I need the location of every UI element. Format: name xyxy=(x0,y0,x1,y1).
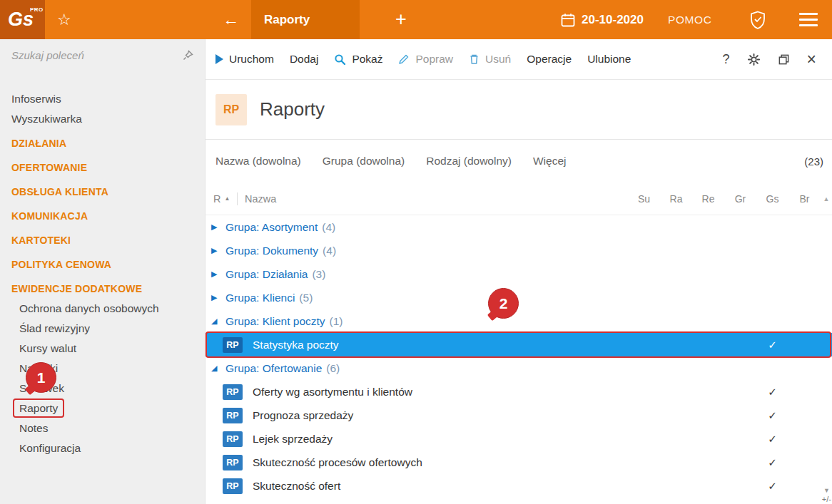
column-header-gs[interactable]: Gs xyxy=(756,193,788,205)
group-row-ofertowanie[interactable]: ◢ Grupa: Ofertowanie (6) xyxy=(206,356,832,380)
module-header: RP Raporty xyxy=(206,80,832,139)
sidebar-item-infoserwis[interactable]: Infoserwis xyxy=(0,89,205,109)
group-label: Grupa: Klienci xyxy=(225,292,295,304)
group-row-klienci[interactable]: ▶ Grupa: Klienci (5) xyxy=(206,286,832,309)
window-restore-button[interactable] xyxy=(778,53,790,66)
filter-grupa[interactable]: Grupa (dowolna) xyxy=(323,155,405,168)
shield-icon[interactable] xyxy=(749,0,766,39)
sidebar-item-kartoteki[interactable]: KARTOTEKI xyxy=(0,230,205,250)
column-header-r[interactable]: R ▲ xyxy=(206,193,237,205)
sidebar-item-notes[interactable]: Notes xyxy=(0,418,205,438)
group-row-dzialania[interactable]: ▶ Grupa: Działania (3) xyxy=(206,262,832,286)
main-panel: Uruchom Dodaj Pokaż xyxy=(206,39,832,504)
group-collapse-icon[interactable]: ◢ xyxy=(211,317,225,326)
column-header-ra[interactable]: Ra xyxy=(660,193,692,205)
calendar-icon xyxy=(561,13,575,27)
group-collapse-icon[interactable]: ◢ xyxy=(211,364,225,373)
operations-button[interactable]: Operacje xyxy=(527,53,572,66)
filter-nazwa[interactable]: Nazwa (dowolna) xyxy=(215,155,301,168)
report-row-statystyka-poczty[interactable]: RP Statystyka poczty ✓ xyxy=(206,333,832,356)
column-header-re[interactable]: Re xyxy=(692,193,724,205)
report-row-skutecznosc-ofert[interactable]: RP Skuteczność ofert ✓ xyxy=(206,474,832,498)
report-icon: RP xyxy=(223,455,243,470)
sidebar-item-ofertowanie[interactable]: OFERTOWANIE xyxy=(0,158,205,178)
sidebar-item-kursy-walut[interactable]: Kursy walut xyxy=(0,339,205,359)
date-widget[interactable]: 20-10-2020 xyxy=(561,0,644,39)
expand-collapse-toggle[interactable]: +/- xyxy=(822,495,831,503)
help-button[interactable]: ? xyxy=(723,52,730,67)
raporty-highlight-box: Raporty xyxy=(13,398,64,418)
column-header-gr[interactable]: Gr xyxy=(724,193,756,205)
pencil-icon xyxy=(398,53,410,65)
sidebar-item-konfiguracja[interactable]: Konfiguracja xyxy=(0,438,205,458)
sidebar-item-slad-rewizyjny[interactable]: Ślad rewizyjny xyxy=(0,319,205,339)
help-menu[interactable]: POMOC xyxy=(668,0,712,39)
hamburger-menu-icon[interactable] xyxy=(799,0,818,39)
filter-rodzaj[interactable]: Rodzaj (dowolny) xyxy=(426,155,512,168)
group-count: (3) xyxy=(312,268,325,281)
group-label: Grupa: Dokumenty xyxy=(225,245,318,257)
scroll-up-button[interactable]: ▲ xyxy=(821,195,832,202)
sidebar-item-obsluga-klienta[interactable]: OBSŁUGA KLIENTA xyxy=(0,182,205,202)
flag-gs-check: ✓ xyxy=(756,433,788,446)
logo-pro-badge: PRO xyxy=(30,6,44,13)
add-button[interactable]: Dodaj xyxy=(290,53,319,66)
sidebar-item-raporty[interactable]: Raporty xyxy=(0,398,205,418)
group-count: (4) xyxy=(322,221,335,234)
pin-icon[interactable] xyxy=(183,50,193,61)
group-row-klient-poczty[interactable]: ◢ Grupa: Klient poczty (1) xyxy=(206,309,832,333)
flag-gs-check: ✓ xyxy=(756,339,788,351)
delete-button[interactable]: Usuń xyxy=(469,53,511,66)
scroll-down-button[interactable]: ▼ xyxy=(823,487,830,494)
group-expand-icon[interactable]: ▶ xyxy=(211,293,225,302)
favorites-star-icon[interactable]: ☆ xyxy=(57,0,71,39)
group-expand-icon[interactable]: ▶ xyxy=(211,222,225,232)
column-header-br[interactable]: Br xyxy=(788,193,821,205)
search-input[interactable] xyxy=(11,49,183,61)
sidebar-item-ewidencje-dodatkowe[interactable]: EWIDENCJE DODATKOWE xyxy=(0,279,205,299)
group-label: Grupa: Klient poczty xyxy=(225,315,325,328)
group-row-dokumenty[interactable]: ▶ Grupa: Dokumenty (4) xyxy=(206,239,832,262)
back-arrow-icon[interactable]: ← xyxy=(223,0,239,39)
report-row-lejek-sprzedazy[interactable]: RP Lejek sprzedaży ✓ xyxy=(206,427,832,451)
sidebar-item-komunikacja[interactable]: KOMUNIKACJA xyxy=(0,206,205,226)
show-button[interactable]: Pokaż xyxy=(334,53,382,66)
sidebar-item-polityka-cenowa[interactable]: POLITYKA CENOWA xyxy=(0,254,205,274)
report-name: Oferty wg asortymentu i klientów xyxy=(243,386,756,398)
edit-button[interactable]: Popraw xyxy=(398,53,453,66)
column-header-su[interactable]: Su xyxy=(628,193,660,205)
report-row-oferty-wg-asortymentu[interactable]: RP Oferty wg asortymentu i klientów ✓ xyxy=(206,380,832,403)
annotation-step-1-number: 1 xyxy=(37,369,46,386)
group-expand-icon[interactable]: ▶ xyxy=(211,269,225,279)
run-button[interactable]: Uruchom xyxy=(215,53,274,66)
report-row-skutecznosc-procesow[interactable]: RP Skuteczność procesów ofertowych ✓ xyxy=(206,451,832,474)
favorites-button[interactable]: Ulubione xyxy=(587,53,631,66)
flag-gs-check: ✓ xyxy=(756,386,788,398)
toolbar: Uruchom Dodaj Pokaż xyxy=(206,39,832,80)
report-icon: RP xyxy=(223,431,243,447)
sidebar-item-wyszukiwarka[interactable]: Wyszukiwarka xyxy=(0,109,205,129)
report-name: Statystyka poczty xyxy=(243,339,756,351)
add-label: Dodaj xyxy=(290,53,319,66)
flag-gs-check: ✓ xyxy=(756,456,788,469)
filter-wiecej[interactable]: Więcej xyxy=(533,155,567,168)
annotation-step-2-number: 2 xyxy=(499,295,508,312)
group-count: (5) xyxy=(299,292,313,304)
group-label: Grupa: Ofertowanie xyxy=(225,362,322,375)
new-tab-button[interactable]: + xyxy=(395,0,407,39)
app-window: Gs PRO ☆ ← Raporty + 20-10-2020 POMOC xyxy=(0,0,832,504)
app-logo[interactable]: Gs PRO xyxy=(0,0,45,39)
report-icon: RP xyxy=(223,408,243,423)
column-header-nazwa[interactable]: Nazwa xyxy=(237,192,628,205)
group-expand-icon[interactable]: ▶ xyxy=(211,246,225,255)
group-row-asortyment[interactable]: ▶ Grupa: Asortyment (4) xyxy=(206,215,832,239)
sidebar-item-ochrona-danych[interactable]: Ochrona danych osobowych xyxy=(0,299,205,319)
tab-raporty[interactable]: Raporty xyxy=(251,0,360,39)
close-button[interactable]: × xyxy=(807,50,816,69)
report-row-prognoza-sprzedazy[interactable]: RP Prognoza sprzedaży ✓ xyxy=(206,403,832,427)
sidebar-item-dzialania[interactable]: DZIAŁANIA xyxy=(0,133,205,153)
settings-gear-button[interactable] xyxy=(747,53,761,66)
flag-gs-check: ✓ xyxy=(756,409,788,422)
report-icon: RP xyxy=(223,384,243,400)
favorites-label: Ulubione xyxy=(587,53,631,66)
